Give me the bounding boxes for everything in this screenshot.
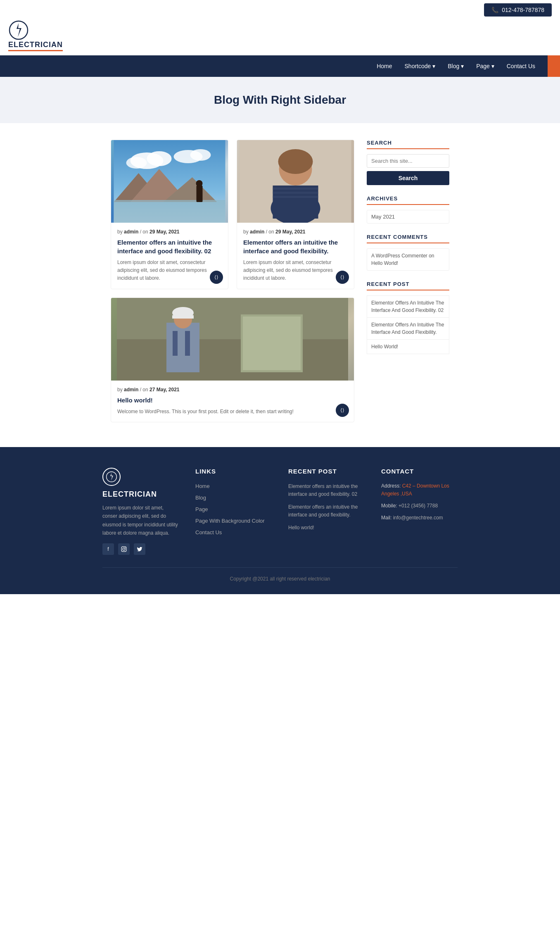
page-title-section: Blog With Right Sidebar [0,77,560,123]
social-twitter[interactable] [134,543,145,555]
post-image-2 [237,140,354,223]
recent-post-1[interactable]: Elementor Offers An Intuitive The Interf… [367,295,449,317]
svg-rect-31 [185,331,190,356]
phone-icon: 📞 [491,7,498,13]
post-image-3 [111,298,354,381]
svg-rect-20 [273,192,318,194]
nav-list: Home Shortcode ▾ Blog ▾ Page ▾ Contact U… [8,55,552,77]
svg-point-3 [147,151,172,166]
recent-post-2[interactable]: Elementor Offers An Intuitive The Interf… [367,317,449,339]
nav-link-contact[interactable]: Contact Us [507,55,535,77]
nav-link-shortcode[interactable]: Shortcode ▾ [405,55,436,77]
svg-rect-18 [273,186,318,219]
nav-link-blog[interactable]: Blog ▾ [448,55,464,77]
post-author-3: admin [124,387,138,393]
svg-point-6 [190,149,211,161]
post-meta-1: by admin / on 29 May, 2021 [117,229,222,235]
nav-item-blog[interactable]: Blog ▾ [448,55,464,77]
recent-post-3[interactable]: Hello World! [367,339,449,354]
mail-label: Mail: [381,515,392,521]
footer-link-blog[interactable]: Blog [195,494,272,501]
archive-item-may2021[interactable]: May 2021 [367,210,449,224]
footer-link-page-bg[interactable]: Page With Background Color [195,517,272,524]
nav-item-home[interactable]: Home [377,55,392,77]
sidebar: SEARCH Search ARCHIVES May 2021 RECENT C… [367,140,449,422]
footer-link-home[interactable]: Home [195,482,272,490]
mobile-label: Mobile: [381,503,397,509]
footer-social: f [102,543,179,555]
social-facebook[interactable]: f [102,543,114,555]
header: ELECTRICIAN [0,20,560,55]
post-meta-2: by admin / on 29 May, 2021 [243,229,348,235]
search-title: SEARCH [367,140,449,149]
footer-mobile: Mobile: +012 (3456) 7788 [381,502,458,510]
footer-recent-3[interactable]: Hello world! [288,523,365,531]
post-author-1: admin [124,229,138,235]
post-title-1[interactable]: Elementor offers an intuitive the interf… [117,238,222,255]
post-excerpt-2: Lorem ipsum dolor sit amet, consectetur … [243,259,348,283]
search-button[interactable]: Search [367,171,449,185]
footer-links-list: Home Blog Page Page With Background Colo… [195,482,272,536]
share-btn-2[interactable]: ⟨⟩ [336,271,349,284]
share-btn-1[interactable]: ⟨⟩ [210,271,223,284]
share-btn-3[interactable]: ⟨⟩ [336,404,349,417]
svg-rect-21 [273,196,318,198]
post-excerpt-3: Welcome to WordPress. This is your first… [117,408,348,416]
post-body-3: by admin / on 27 May, 2021 Hello world! … [111,381,354,422]
footer-col-contact: CONTACT Address: C42 – Downtown Los Ange… [381,468,458,555]
svg-rect-30 [173,331,178,356]
footer-logo-icon [102,468,121,486]
nav-item-page[interactable]: Page ▾ [476,55,494,77]
svg-point-34 [123,548,125,550]
post-title-2[interactable]: Elementor offers an intuitive the interf… [243,238,348,255]
sidebar-recent-comments: RECENT COMMENTS A WordPress Commenter on… [367,234,449,271]
nav-item-contact[interactable]: Contact Us [507,55,535,77]
svg-rect-25 [243,316,301,370]
post-meta-3: by admin / on 27 May, 2021 [117,387,348,393]
post-excerpt-1: Lorem ipsum dolor sit amet, consectetur … [117,259,222,283]
search-input[interactable] [367,154,449,168]
logo-area[interactable]: ELECTRICIAN [8,20,63,51]
nav-link-home[interactable]: Home [377,55,392,77]
svg-rect-19 [273,188,318,190]
recent-comment-1: A WordPress Commenter on Hello World! [367,248,449,271]
blog-posts: ⟨⟩ by admin / on 29 May, 2021 Elementor … [111,140,354,422]
svg-point-4 [126,157,147,169]
footer-recent-title: RECENT POST [288,468,365,475]
footer-link-page[interactable]: Page [195,505,272,513]
recent-comments-title: RECENT COMMENTS [367,234,449,243]
archives-title: ARCHIVES [367,195,449,205]
footer-links-title: LINKS [195,468,272,475]
footer-address: Address: C42 – Downtown Los Angeles ,USA [381,482,458,498]
footer-recent-1[interactable]: Elementor offers an intuitive the interf… [288,482,365,498]
mobile-value: +012 (3456) 7788 [399,503,438,509]
post-author-2: admin [250,229,264,235]
footer-col-recent-posts: RECENT POST Elementor offers an intuitiv… [288,468,365,555]
post-date-3: 27 May, 2021 [149,387,180,393]
footer-link-contact[interactable]: Contact Us [195,528,272,536]
footer-recent-2[interactable]: Elementor offers an intuitive the interf… [288,503,365,519]
svg-rect-23 [117,339,348,381]
post-image-1 [111,140,228,223]
footer: ELECTRICIAN Lorem ipsum dolor sit amet, … [0,447,560,595]
post-title-3[interactable]: Hello world! [117,396,348,404]
nav-item-shortcode[interactable]: Shortcode ▾ [405,55,436,77]
svg-point-16 [278,149,313,174]
svg-point-35 [125,547,126,548]
phone-number[interactable]: 📞 012-478-787878 [484,3,552,17]
post-date-2: 29 May, 2021 [275,229,306,235]
page-title: Blog With Right Sidebar [8,93,552,107]
svg-point-0 [9,21,28,39]
footer-brand-text: ELECTRICIAN [102,490,179,499]
sidebar-archives: ARCHIVES May 2021 [367,195,449,224]
footer-description: Lorem ipsum dolor sit amet, conser adipi… [102,504,179,538]
nav-link-page[interactable]: Page ▾ [476,55,494,77]
sidebar-recent-posts: RECENT POST Elementor Offers An Intuitiv… [367,281,449,354]
phone-text: 012-478-787878 [502,7,544,13]
footer-grid: ELECTRICIAN Lorem ipsum dolor sit amet, … [102,468,458,555]
post-card-3: ⟨⟩ by admin / on 27 May, 2021 Hello worl… [111,297,354,422]
svg-rect-33 [121,547,126,552]
social-instagram[interactable] [118,543,130,555]
post-card-1: ⟨⟩ by admin / on 29 May, 2021 Elementor … [111,140,228,289]
svg-rect-10 [114,200,225,223]
